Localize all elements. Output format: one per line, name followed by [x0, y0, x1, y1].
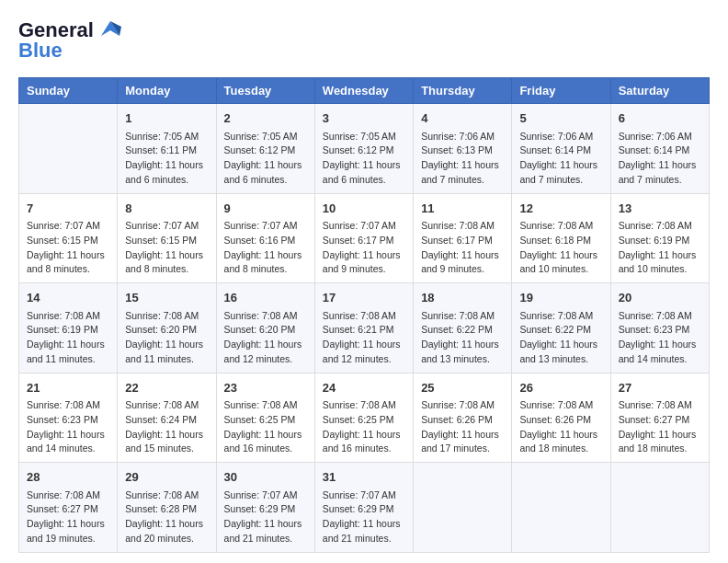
- day-content: Sunrise: 7:08 AM Sunset: 6:25 PM Dayligh…: [323, 398, 405, 456]
- day-number: 25: [421, 379, 504, 397]
- day-content: Sunrise: 7:08 AM Sunset: 6:26 PM Dayligh…: [421, 398, 504, 456]
- day-content: Sunrise: 7:07 AM Sunset: 6:17 PM Dayligh…: [323, 219, 405, 277]
- day-number: 10: [323, 200, 405, 218]
- day-content: Sunrise: 7:08 AM Sunset: 6:20 PM Dayligh…: [224, 309, 307, 367]
- day-cell: 31Sunrise: 7:07 AM Sunset: 6:29 PM Dayli…: [314, 463, 413, 553]
- day-number: 18: [421, 289, 504, 307]
- day-content: Sunrise: 7:08 AM Sunset: 6:26 PM Dayligh…: [519, 398, 602, 456]
- day-number: 6: [619, 109, 701, 128]
- day-cell: 10Sunrise: 7:07 AM Sunset: 6:17 PM Dayli…: [314, 193, 413, 283]
- day-number: 2: [224, 109, 307, 128]
- day-cell: 30Sunrise: 7:07 AM Sunset: 6:29 PM Dayli…: [216, 463, 314, 553]
- day-number: 20: [619, 289, 701, 307]
- day-number: 9: [224, 200, 307, 218]
- day-content: Sunrise: 7:08 AM Sunset: 6:27 PM Dayligh…: [27, 488, 109, 546]
- day-number: 14: [27, 289, 109, 307]
- day-cell: 25Sunrise: 7:08 AM Sunset: 6:26 PM Dayli…: [414, 373, 512, 463]
- day-cell: 27Sunrise: 7:08 AM Sunset: 6:27 PM Dayli…: [610, 373, 709, 463]
- day-number: 27: [619, 379, 701, 397]
- day-content: Sunrise: 7:08 AM Sunset: 6:28 PM Dayligh…: [125, 488, 208, 546]
- day-number: 7: [27, 200, 109, 218]
- day-content: Sunrise: 7:07 AM Sunset: 6:15 PM Dayligh…: [125, 219, 208, 277]
- day-content: Sunrise: 7:08 AM Sunset: 6:23 PM Dayligh…: [619, 309, 701, 367]
- day-content: Sunrise: 7:06 AM Sunset: 6:13 PM Dayligh…: [421, 130, 504, 188]
- week-row-1: 7Sunrise: 7:07 AM Sunset: 6:15 PM Daylig…: [19, 193, 710, 283]
- day-number: 26: [519, 379, 602, 397]
- day-content: Sunrise: 7:07 AM Sunset: 6:29 PM Dayligh…: [323, 488, 405, 546]
- day-content: Sunrise: 7:07 AM Sunset: 6:29 PM Dayligh…: [224, 488, 307, 546]
- day-cell: 26Sunrise: 7:08 AM Sunset: 6:26 PM Dayli…: [512, 373, 610, 463]
- logo-blue-text: Blue: [18, 39, 63, 63]
- day-number: 31: [323, 468, 405, 487]
- logo: General Blue: [18, 18, 123, 63]
- day-number: 17: [323, 289, 405, 307]
- day-content: Sunrise: 7:06 AM Sunset: 6:14 PM Dayligh…: [519, 130, 602, 188]
- day-cell: 28Sunrise: 7:08 AM Sunset: 6:27 PM Dayli…: [19, 463, 118, 553]
- day-cell: 16Sunrise: 7:08 AM Sunset: 6:20 PM Dayli…: [216, 283, 314, 373]
- day-content: Sunrise: 7:08 AM Sunset: 6:25 PM Dayligh…: [224, 398, 307, 456]
- day-number: 12: [519, 200, 602, 218]
- day-cell: 6Sunrise: 7:06 AM Sunset: 6:14 PM Daylig…: [610, 104, 709, 194]
- day-number: 16: [224, 289, 307, 307]
- day-cell: 12Sunrise: 7:08 AM Sunset: 6:18 PM Dayli…: [512, 193, 610, 283]
- day-content: Sunrise: 7:08 AM Sunset: 6:24 PM Dayligh…: [125, 398, 208, 456]
- day-cell: 13Sunrise: 7:08 AM Sunset: 6:19 PM Dayli…: [610, 193, 709, 283]
- day-cell: 21Sunrise: 7:08 AM Sunset: 6:23 PM Dayli…: [19, 373, 118, 463]
- day-cell: 11Sunrise: 7:08 AM Sunset: 6:17 PM Dayli…: [414, 193, 512, 283]
- day-cell: 7Sunrise: 7:07 AM Sunset: 6:15 PM Daylig…: [19, 193, 118, 283]
- day-content: Sunrise: 7:08 AM Sunset: 6:20 PM Dayligh…: [125, 309, 208, 367]
- day-cell: [414, 463, 512, 553]
- day-content: Sunrise: 7:07 AM Sunset: 6:16 PM Dayligh…: [224, 219, 307, 277]
- header-cell-friday: Friday: [512, 78, 610, 104]
- week-row-2: 14Sunrise: 7:08 AM Sunset: 6:19 PM Dayli…: [19, 283, 710, 373]
- day-number: 3: [323, 109, 405, 128]
- calendar-table: SundayMondayTuesdayWednesdayThursdayFrid…: [18, 77, 710, 553]
- day-cell: 14Sunrise: 7:08 AM Sunset: 6:19 PM Dayli…: [19, 283, 118, 373]
- header-row: SundayMondayTuesdayWednesdayThursdayFrid…: [19, 78, 710, 104]
- day-cell: 18Sunrise: 7:08 AM Sunset: 6:22 PM Dayli…: [414, 283, 512, 373]
- day-cell: 20Sunrise: 7:08 AM Sunset: 6:23 PM Dayli…: [610, 283, 709, 373]
- day-content: Sunrise: 7:08 AM Sunset: 6:17 PM Dayligh…: [421, 219, 504, 277]
- day-content: Sunrise: 7:08 AM Sunset: 6:19 PM Dayligh…: [27, 309, 109, 367]
- day-number: 11: [421, 200, 504, 218]
- day-number: 19: [519, 289, 602, 307]
- day-cell: 8Sunrise: 7:07 AM Sunset: 6:15 PM Daylig…: [118, 193, 216, 283]
- logo-bird-icon: [97, 19, 123, 38]
- header-cell-monday: Monday: [118, 78, 216, 104]
- day-number: 30: [224, 468, 307, 487]
- day-number: 24: [323, 379, 405, 397]
- day-cell: 23Sunrise: 7:08 AM Sunset: 6:25 PM Dayli…: [216, 373, 314, 463]
- day-cell: 15Sunrise: 7:08 AM Sunset: 6:20 PM Dayli…: [118, 283, 216, 373]
- day-number: 21: [27, 379, 109, 397]
- day-cell: 9Sunrise: 7:07 AM Sunset: 6:16 PM Daylig…: [216, 193, 314, 283]
- day-cell: 3Sunrise: 7:05 AM Sunset: 6:12 PM Daylig…: [314, 104, 413, 194]
- day-content: Sunrise: 7:08 AM Sunset: 6:22 PM Dayligh…: [421, 309, 504, 367]
- day-cell: 29Sunrise: 7:08 AM Sunset: 6:28 PM Dayli…: [118, 463, 216, 553]
- day-cell: 5Sunrise: 7:06 AM Sunset: 6:14 PM Daylig…: [512, 104, 610, 194]
- day-number: 8: [125, 200, 208, 218]
- day-content: Sunrise: 7:05 AM Sunset: 6:12 PM Dayligh…: [224, 130, 307, 188]
- day-number: 23: [224, 379, 307, 397]
- day-cell: [512, 463, 610, 553]
- day-content: Sunrise: 7:05 AM Sunset: 6:11 PM Dayligh…: [125, 130, 208, 188]
- day-content: Sunrise: 7:06 AM Sunset: 6:14 PM Dayligh…: [619, 130, 701, 188]
- day-content: Sunrise: 7:08 AM Sunset: 6:27 PM Dayligh…: [619, 398, 701, 456]
- week-row-3: 21Sunrise: 7:08 AM Sunset: 6:23 PM Dayli…: [19, 373, 710, 463]
- day-cell: [19, 104, 118, 194]
- day-cell: 17Sunrise: 7:08 AM Sunset: 6:21 PM Dayli…: [314, 283, 413, 373]
- day-cell: 24Sunrise: 7:08 AM Sunset: 6:25 PM Dayli…: [314, 373, 413, 463]
- header-cell-sunday: Sunday: [19, 78, 118, 104]
- day-cell: 4Sunrise: 7:06 AM Sunset: 6:13 PM Daylig…: [414, 104, 512, 194]
- header-cell-thursday: Thursday: [414, 78, 512, 104]
- day-cell: 19Sunrise: 7:08 AM Sunset: 6:22 PM Dayli…: [512, 283, 610, 373]
- day-content: Sunrise: 7:08 AM Sunset: 6:23 PM Dayligh…: [27, 398, 109, 456]
- day-cell: 2Sunrise: 7:05 AM Sunset: 6:12 PM Daylig…: [216, 104, 314, 194]
- day-number: 28: [27, 468, 109, 487]
- day-cell: [610, 463, 709, 553]
- day-number: 4: [421, 109, 504, 128]
- day-content: Sunrise: 7:08 AM Sunset: 6:21 PM Dayligh…: [323, 309, 405, 367]
- header-cell-tuesday: Tuesday: [216, 78, 314, 104]
- header-cell-wednesday: Wednesday: [314, 78, 413, 104]
- day-number: 5: [519, 109, 602, 128]
- day-number: 22: [125, 379, 208, 397]
